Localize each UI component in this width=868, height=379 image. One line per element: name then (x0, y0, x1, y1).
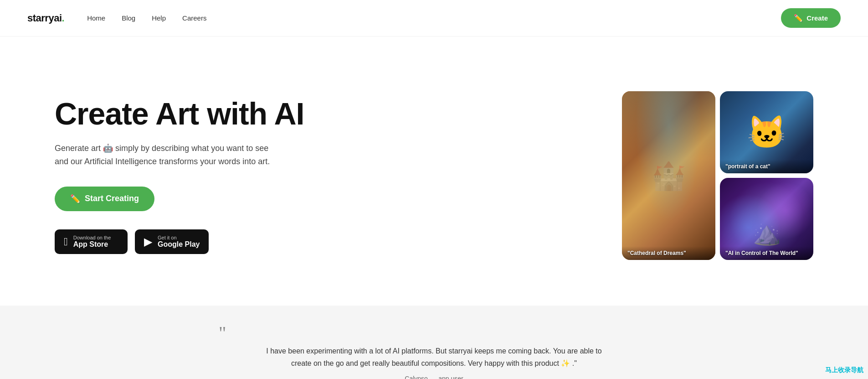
logo: starryai. (27, 12, 64, 24)
art-label-cat: "portrait of a cat" (720, 160, 813, 173)
hero-section: Create Art with AI Generate art 🤖 simply… (0, 36, 868, 306)
nav-links: Home Blog Help Careers (87, 14, 206, 22)
app-store-main-label: App Store (73, 240, 111, 249)
quote-mark: " (219, 328, 226, 337)
testimonial-section: " I have been experimenting with a lot o… (0, 306, 868, 379)
start-creating-label: Start Creating (85, 194, 139, 203)
art-label-cathedral: "Cathedral of Dreams" (622, 246, 715, 260)
subtitle-text-part1: Generate art (55, 144, 103, 153)
store-buttons:  Download on the App Store ▶ Get it on … (55, 229, 304, 254)
nav-item-careers[interactable]: Careers (182, 14, 206, 22)
start-creating-button[interactable]: ✏️ Start Creating (55, 187, 154, 211)
nav-left: starryai. Home Blog Help Careers (27, 12, 206, 24)
nav-link-careers[interactable]: Careers (182, 14, 206, 22)
art-card-cat: "portrait of a cat" (720, 91, 813, 173)
subtitle-emoji: 🤖 (103, 144, 113, 153)
hero-subtitle: Generate art 🤖 simply by describing what… (55, 142, 273, 168)
logo-dot: . (62, 12, 65, 24)
hero-title: Create Art with AI (55, 97, 304, 130)
nav-link-home[interactable]: Home (87, 14, 105, 22)
app-store-text: Download on the App Store (73, 235, 111, 249)
art-label-space: "AI in Control of The World" (720, 246, 813, 260)
google-play-icon: ▶ (144, 235, 152, 248)
google-play-button[interactable]: ▶ Get it on Google Play (135, 229, 209, 254)
apple-icon:  (64, 235, 68, 248)
app-store-button[interactable]:  Download on the App Store (55, 229, 128, 254)
navbar: starryai. Home Blog Help Careers ✏️ Crea… (0, 0, 868, 36)
watermark: 马上收录导航 (825, 366, 863, 374)
pencil-icon: ✏️ (794, 14, 803, 22)
start-pencil-icon: ✏️ (70, 194, 80, 204)
nav-item-help[interactable]: Help (152, 14, 166, 22)
nav-link-help[interactable]: Help (152, 14, 166, 22)
nav-create-label: Create (806, 14, 828, 22)
testimonial-text: I have been experimenting with a lot of … (257, 345, 612, 369)
google-play-sub-label: Get it on (158, 235, 200, 240)
google-play-text: Get it on Google Play (158, 235, 200, 249)
nav-item-blog[interactable]: Blog (122, 14, 135, 22)
hero-left: Create Art with AI Generate art 🤖 simply… (55, 97, 304, 254)
art-card-space: "AI in Control of The World" (720, 178, 813, 260)
app-store-sub-label: Download on the (73, 235, 111, 240)
art-card-cathedral: "Cathedral of Dreams" (622, 91, 715, 260)
logo-text: starryai (27, 12, 62, 24)
nav-create-button[interactable]: ✏️ Create (781, 8, 841, 28)
nav-link-blog[interactable]: Blog (122, 14, 135, 22)
nav-item-home[interactable]: Home (87, 14, 105, 22)
testimonial-author: Calypso_ – app user (405, 375, 463, 379)
art-grid: "Cathedral of Dreams" "portrait of a cat… (622, 91, 813, 260)
google-play-main-label: Google Play (158, 240, 200, 249)
